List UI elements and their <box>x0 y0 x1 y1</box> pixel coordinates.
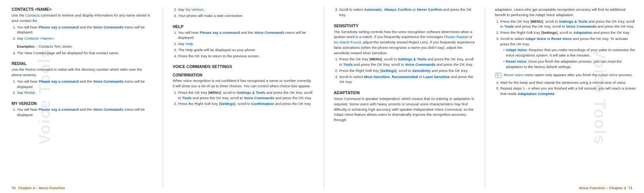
settings-tools-link-2: Settings & Tools <box>398 57 426 61</box>
list-item: •Adapt Voice: Requires that you make rec… <box>503 47 636 58</box>
bullet: • <box>503 47 504 58</box>
examples-text: Examples: - Contacts Tom Jones. <box>17 44 153 49</box>
list-item: Scroll to select Adapt Voice or Reset Vo… <box>500 36 636 70</box>
voice-commands-link: Voice Commands <box>244 96 274 100</box>
settings-tools-link-3: Settings & Tools <box>559 19 587 23</box>
section-title-help: HELP <box>173 24 314 29</box>
list-item: Press the OK Key [MENU], scroll to Setti… <box>339 57 475 67</box>
most-sensitive-link: Most Sensitive <box>364 75 390 79</box>
col-divider-1 <box>163 7 163 189</box>
settings-soft-link-2: Settings <box>381 68 395 73</box>
svg-rect-1 <box>496 74 499 75</box>
help-list: You will hear Please say a command and t… <box>173 30 314 60</box>
examples-label: Examples: <box>17 44 35 48</box>
svg-rect-3 <box>496 76 498 77</box>
menu-bold-2: MENU <box>370 57 381 61</box>
footer-page-left: 70 <box>12 186 16 190</box>
subsection-title-confirmation: CONFIRMATION <box>173 73 314 77</box>
no-match-link: No Match Found <box>334 40 361 44</box>
redial-link: Redial <box>25 67 35 72</box>
footer-left: 70 Chapter 4 – Menu Function <box>12 186 65 190</box>
reset-voice-desc: Reset Voice: Once you finish the adaptat… <box>506 59 636 70</box>
redial-list: You will hear Please say a command and t… <box>12 79 153 96</box>
list-item: The Help guide will be displayed on your… <box>178 47 314 53</box>
please-say-bold-3: Please say a command <box>39 107 79 111</box>
contacts-name-link: Contacts <Name> <box>24 36 54 40</box>
list-item: You will hear Please say a command and t… <box>17 107 153 118</box>
adapt-voice-link: Adapt Voice <box>525 37 546 41</box>
col-divider-2 <box>324 7 324 189</box>
column-1: CONTACTS <NAME> Use the Contacts command… <box>12 7 153 189</box>
section-title-redial: REDIAL <box>12 61 153 66</box>
menu-bold: MENU <box>209 90 220 95</box>
section-title-myverizon: MY VERIZON <box>12 101 153 106</box>
my-verizon-link: My Verizon <box>185 7 203 12</box>
please-say-bold-2: Please say a command <box>39 79 79 83</box>
confirmation-intro: When voice recognition is not confident … <box>173 78 314 89</box>
help-say-link: Help <box>185 42 193 46</box>
adaptation-list-cont: Wait for the beep and then repeat the se… <box>495 80 636 97</box>
never-confirm-link: Never Confirm <box>417 7 442 12</box>
section-title-sensitivity: SENSITIVITY <box>334 23 475 28</box>
list-item: •Reset Voice: Once you finish the adapta… <box>503 59 636 70</box>
list-item: Say Contacts <Name>. <box>17 36 153 41</box>
content-area: CONTACTS <NAME> Use the Contacts command… <box>0 0 644 193</box>
tools-link-3: Tools <box>504 24 514 28</box>
adapt-voice-desc: Adapt Voice: Requires that you make reco… <box>506 47 636 58</box>
footer-right: Menu Function – Chapter 4 71 <box>579 186 632 190</box>
list-item: The View Contact page will be displayed … <box>17 50 153 56</box>
adaptation-cont: adaptation. Users who get acceptable rec… <box>495 7 636 18</box>
settings-tools-link: Settings & Tools <box>237 90 265 95</box>
redial-intro: Use the Redial command to redial with th… <box>12 67 153 78</box>
list-item: Say Help. <box>178 41 314 47</box>
voice-commands-bold-2: Voice Commands <box>93 79 123 83</box>
list-item: Press the Right Soft Key [Settings], scr… <box>500 30 636 35</box>
examples-indent: Examples: - Contacts Tom Jones. <box>17 44 153 50</box>
confirmation-link: Confirmation <box>251 101 274 106</box>
svg-rect-2 <box>496 75 501 76</box>
voice-commands-link-2: Voice Commands <box>405 62 435 67</box>
recommended-link: Recommended <box>392 75 418 79</box>
adapt-sub-list: •Adapt Voice: Requires that you make rec… <box>500 47 636 69</box>
column-3: Scroll to select Automatic, Always Confi… <box>334 7 475 189</box>
list-item: Press the OK Key to return to the previo… <box>178 53 314 59</box>
voice-commands-link-3: Voice Commands <box>566 24 597 28</box>
note-icon <box>495 73 502 78</box>
list-item: Press the OK Key [MENU], scroll to Setti… <box>500 19 636 30</box>
list-item: Press the OK Key [MENU], scroll to Setti… <box>178 90 314 101</box>
please-say-bold-4: Please say a command <box>200 30 240 35</box>
note-box: Reset Voice menu option only appears aft… <box>495 72 636 78</box>
automatic-link: Automatic <box>364 7 382 12</box>
sensitivity-link: Sensitivity <box>412 68 431 73</box>
list-item: You will hear Please say a command and t… <box>17 79 153 90</box>
list-item: Scroll to select Automatic, Always Confi… <box>339 7 475 18</box>
footer: 70 Chapter 4 – Menu Function Menu Functi… <box>0 186 644 190</box>
footer-chapter-left: Chapter 4 – Menu Function <box>18 186 65 190</box>
voice-commands-bold-3: Voice Commands <box>93 107 123 111</box>
reset-voice-note-link: Reset Voice <box>504 73 523 77</box>
myverizon-list: You will hear Please say a command and t… <box>12 107 153 118</box>
footer-page-right: 71 <box>628 186 632 190</box>
reset-voice-label: Reset Voice <box>506 59 526 63</box>
sensitivity-list: Press the OK Key [MENU], scroll to Setti… <box>334 57 475 85</box>
redial-say-link: Redial <box>24 90 35 95</box>
please-repeat-link: Please Repeat <box>444 35 468 39</box>
list-item: Wait for the beep and then repeat the se… <box>500 80 636 85</box>
bullet-2: • <box>503 59 504 70</box>
list-item: You will hear Please say a command and t… <box>17 25 153 35</box>
settings-label: Settings <box>542 30 557 35</box>
confirmation-list: Press the OK Key [MENU], scroll to Setti… <box>173 90 314 107</box>
myverizon-list-cont: Say My Verizon. Your phone will make a w… <box>173 7 314 19</box>
contacts-link: Contacts <box>25 13 40 17</box>
list-item: Say Redial. <box>17 90 153 95</box>
tools-link: Tools <box>182 96 192 100</box>
voice-commands-bold-4: Voice Commands <box>254 30 284 35</box>
adaptation-intro: Voice Command is speaker independent, wh… <box>334 96 475 123</box>
adapt-voice-label: Adapt Voice <box>506 48 526 52</box>
confirmation-list-cont: Scroll to select Automatic, Always Confi… <box>334 7 475 18</box>
menu-bold-3: MENU <box>531 19 542 23</box>
col-divider-3 <box>485 7 485 189</box>
reset-voice-link: Reset Voice <box>551 37 572 41</box>
list-item: Repeat steps 1 - 4 when you are finished… <box>500 86 636 96</box>
settings-soft-link: Settings <box>220 101 234 106</box>
